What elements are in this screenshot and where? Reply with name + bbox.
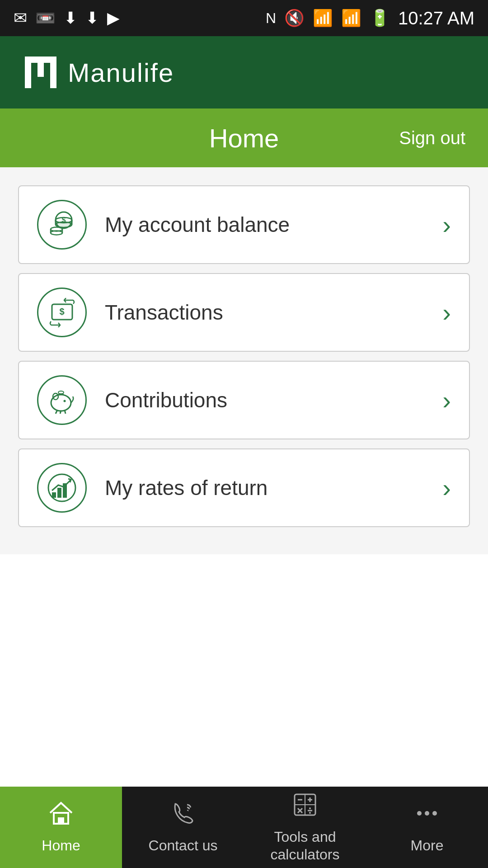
svg-point-47	[432, 811, 437, 816]
svg-line-26	[60, 410, 61, 414]
menu-item-contributions[interactable]: Contributions ›	[18, 361, 470, 439]
tab-tools-label: Tools and calculators	[271, 828, 340, 863]
tab-more-label: More	[411, 837, 444, 854]
contributions-icon-wrapper	[37, 375, 87, 425]
signal-icon: 📶	[341, 9, 361, 28]
manulife-logo-icon	[23, 54, 59, 90]
home-icon	[48, 800, 74, 832]
svg-point-23	[58, 391, 64, 394]
svg-point-45	[417, 811, 422, 816]
media-icon: ▶	[107, 9, 120, 28]
svg-point-44	[309, 812, 311, 814]
transactions-label: Transactions	[105, 300, 442, 325]
account-balance-label: My account balance	[105, 212, 442, 237]
tab-bar: Home Contact us	[0, 787, 488, 868]
rates-of-return-label: My rates of return	[105, 476, 442, 500]
status-time: 10:27 AM	[398, 8, 474, 28]
transactions-icon: $	[47, 298, 77, 327]
tab-home[interactable]: Home	[0, 787, 122, 868]
app-header: Manulife	[0, 36, 488, 108]
transactions-chevron: ›	[442, 298, 451, 327]
logo-text: Manulife	[68, 57, 174, 88]
calculator-icon	[292, 792, 318, 824]
status-bar: ✉ 📼 ⬇ ⬇ ▶ N 🔇 📶 📶 🔋 10:27 AM	[0, 0, 488, 36]
rates-of-return-chevron: ›	[442, 473, 451, 503]
battery-icon: 🔋	[370, 9, 390, 28]
transactions-icon-wrapper: $	[37, 288, 87, 337]
piggybank-icon	[47, 386, 77, 415]
svg-point-20	[51, 395, 71, 411]
nav-bar: Home Sign out	[0, 108, 488, 167]
tab-contact-label: Contact us	[149, 837, 218, 854]
menu-item-rates-of-return[interactable]: My rates of return ›	[18, 448, 470, 527]
menu-item-transactions[interactable]: $ Transactions ›	[18, 273, 470, 352]
wifi-icon: 📶	[313, 9, 333, 28]
voicemail-icon: 📼	[35, 9, 56, 28]
rates-icon-wrapper	[37, 463, 87, 513]
tab-more[interactable]: More	[366, 787, 488, 868]
svg-point-24	[63, 400, 66, 402]
sign-out-button[interactable]: Sign out	[399, 128, 465, 148]
coins-icon: $	[47, 210, 77, 240]
manulife-logo: Manulife	[23, 54, 174, 90]
chart-icon	[47, 473, 77, 503]
more-icon	[414, 800, 440, 832]
gmail-icon: ✉	[14, 9, 27, 28]
main-content: $ My account balance › $	[0, 167, 488, 554]
svg-rect-3	[38, 57, 44, 77]
download1-icon: ⬇	[64, 9, 77, 28]
contributions-label: Contributions	[105, 388, 442, 412]
download2-icon: ⬇	[85, 9, 99, 28]
svg-point-46	[425, 811, 429, 816]
nfc-icon: N	[266, 10, 276, 27]
tab-contact[interactable]: Contact us	[122, 787, 244, 868]
status-left-icons: ✉ 📼 ⬇ ⬇ ▶	[14, 9, 120, 28]
account-balance-icon-wrapper: $	[37, 200, 87, 250]
mute-icon: 🔇	[284, 9, 305, 28]
svg-rect-29	[52, 492, 56, 498]
account-balance-chevron: ›	[442, 210, 451, 240]
contributions-chevron: ›	[442, 386, 451, 415]
svg-text:$: $	[59, 307, 64, 316]
svg-line-25	[56, 410, 57, 414]
page-title: Home	[209, 123, 279, 153]
tab-tools[interactable]: Tools and calculators	[244, 787, 366, 868]
svg-line-27	[65, 410, 66, 414]
status-right-icons: N 🔇 📶 📶 🔋 10:27 AM	[266, 8, 474, 28]
svg-rect-33	[58, 817, 64, 824]
menu-item-account-balance[interactable]: $ My account balance ›	[18, 185, 470, 264]
phone-icon	[170, 800, 196, 832]
svg-rect-4	[50, 57, 56, 88]
svg-rect-30	[57, 488, 61, 498]
svg-text:$: $	[61, 216, 66, 224]
tab-home-label: Home	[42, 837, 80, 854]
svg-point-43	[309, 807, 311, 809]
